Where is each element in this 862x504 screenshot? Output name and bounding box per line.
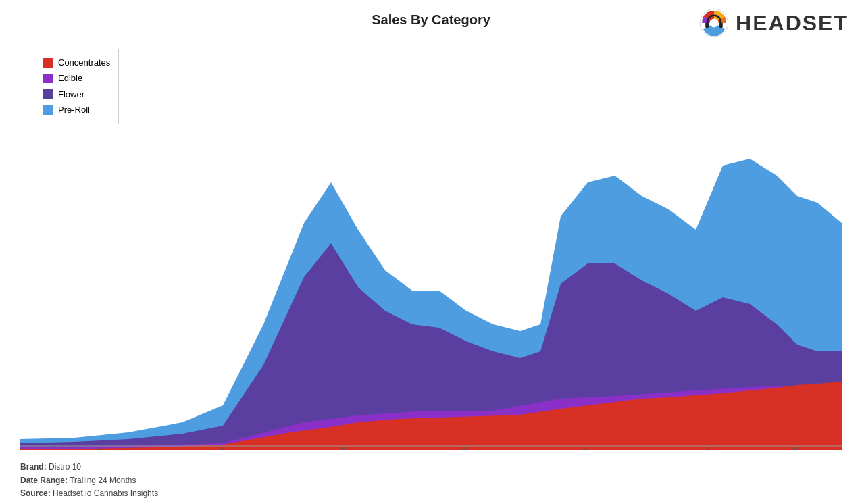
- brand-label: Brand:: [20, 462, 47, 472]
- legend-item-preroll: Pre-Roll: [43, 102, 110, 118]
- source-value: Headset.io Cannabis Insights: [53, 488, 158, 498]
- headset-logo-icon: [698, 7, 730, 39]
- concentrates-swatch: [43, 58, 53, 68]
- edible-swatch: [43, 74, 53, 83]
- logo-text: HEADSET: [736, 11, 848, 36]
- legend-item-edible: Edible: [43, 70, 110, 86]
- chart-area: 2023-01 2023-04 2023-07 2023-10 2024-01 …: [20, 41, 842, 450]
- svg-rect-3: [719, 22, 723, 28]
- footer-info: Brand: Distro 10 Date Range: Trailing 24…: [20, 461, 158, 500]
- brand-value: Distro 10: [49, 462, 81, 472]
- concentrates-label: Concentrates: [58, 55, 110, 70]
- header-logo: HEADSET: [698, 7, 848, 39]
- edible-label: Edible: [58, 70, 82, 86]
- svg-rect-2: [705, 22, 709, 28]
- legend-item-flower: Flower: [43, 86, 110, 102]
- legend-item-concentrates: Concentrates: [43, 55, 110, 70]
- flower-label: Flower: [58, 86, 84, 102]
- footer-brand: Brand: Distro 10: [20, 461, 158, 474]
- chart-legend: Concentrates Edible Flower Pre-Roll: [34, 49, 119, 124]
- footer-date-range: Date Range: Trailing 24 Months: [20, 474, 158, 487]
- date-range-label: Date Range:: [20, 476, 68, 485]
- flower-swatch: [43, 89, 53, 99]
- source-label: Source:: [20, 488, 51, 498]
- chart-svg: 2023-01 2023-04 2023-07 2023-10 2024-01 …: [20, 41, 842, 450]
- preroll-label: Pre-Roll: [58, 102, 90, 118]
- footer-source: Source: Headset.io Cannabis Insights: [20, 487, 158, 500]
- page-container: HEADSET Sales By Category Concentrates E…: [0, 0, 862, 504]
- preroll-swatch: [43, 105, 53, 115]
- svg-point-1: [710, 19, 719, 28]
- date-range-value: Trailing 24 Months: [70, 476, 136, 485]
